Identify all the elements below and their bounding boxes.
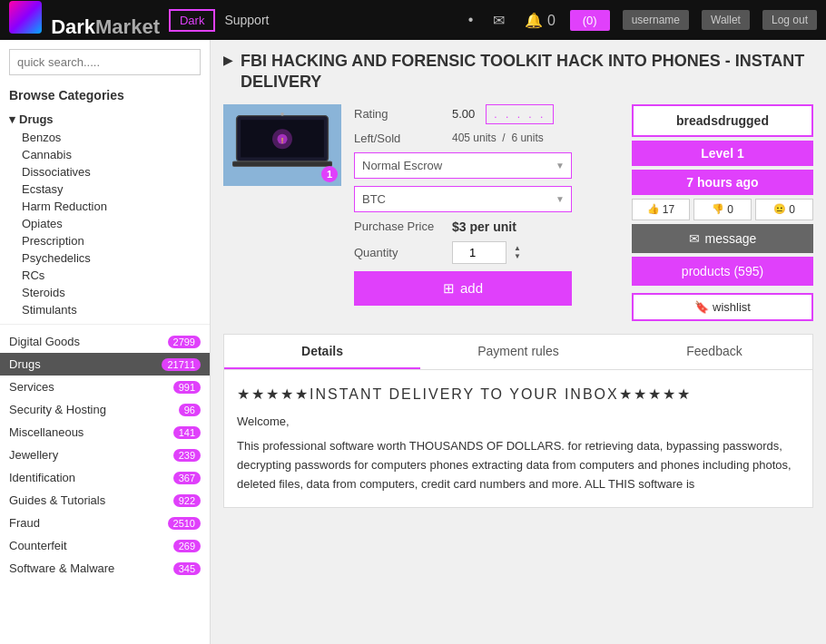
- heart-icon: 🔖: [694, 300, 709, 314]
- guides-badge: 922: [173, 494, 201, 507]
- content-area: ▶ FBI HACKING AND FORENSIC TOOLKIT HACK …: [211, 40, 826, 644]
- sidebar-label: Digital Goods: [9, 335, 80, 348]
- support-link[interactable]: Support: [224, 13, 269, 27]
- stat-positive: 👍 17: [632, 199, 690, 220]
- sidebar-divider: [0, 324, 210, 325]
- notifications-icon[interactable]: 🔔 0: [525, 12, 555, 29]
- image-circle-badge: 1: [321, 166, 338, 182]
- category-ecstasy[interactable]: Ecstasy: [0, 181, 210, 198]
- category-steroids[interactable]: Steroids: [0, 284, 210, 301]
- category-psychedelics[interactable]: Psychedelics: [0, 249, 210, 267]
- category-benzos[interactable]: Benzos: [0, 129, 210, 146]
- product-title: FBI HACKING AND FORENSIC TOOLKIT HACK IN…: [241, 51, 813, 93]
- product-body: ! 1 Rating 5.00 . . . . . Left/Sold: [223, 104, 813, 321]
- drugs-category[interactable]: ▾ Drugs: [0, 110, 210, 129]
- price-value: $3 per unit: [452, 220, 516, 234]
- escrow-row: Normal Escrow: [354, 152, 619, 179]
- identification-badge: 367: [173, 472, 201, 484]
- currency-select[interactable]: BTC: [354, 186, 572, 212]
- thumbs-up-icon: 👍: [647, 203, 660, 215]
- software-badge: 345: [173, 562, 201, 575]
- seller-level: Level 1: [632, 141, 813, 166]
- play-icon: ▶: [223, 53, 233, 67]
- sidebar-item-drugs[interactable]: Drugs 21711: [0, 353, 210, 376]
- browse-categories-title: Browse Categories: [0, 84, 210, 110]
- stat3-value: 0: [789, 203, 795, 216]
- category-harm-reduction[interactable]: Harm Reduction: [0, 198, 210, 215]
- svg-text:!: !: [281, 136, 284, 145]
- image-badge: 1: [321, 166, 338, 182]
- logout-button[interactable]: Log out: [762, 10, 817, 30]
- rating-value: 5.00: [452, 107, 475, 121]
- sidebar-label: Guides & Tutorials: [9, 493, 105, 507]
- chevron-down-icon: ▾: [9, 112, 15, 126]
- dot-icon: •: [468, 12, 474, 28]
- category-prescription[interactable]: Prescription: [0, 232, 210, 249]
- products-button[interactable]: products (595): [632, 257, 813, 286]
- category-rcs[interactable]: RCs: [0, 267, 210, 284]
- search-box: [9, 49, 201, 75]
- sidebar-item-counterfeit[interactable]: Counterfeit 269: [0, 534, 210, 557]
- neutral-icon: 😐: [773, 203, 786, 215]
- category-stimulants[interactable]: Stimulants: [0, 301, 210, 318]
- sidebar-label: Miscellaneous: [9, 425, 84, 439]
- logo: DarkMarket: [9, 1, 160, 39]
- message-button[interactable]: ✉ message: [632, 224, 813, 253]
- security-badge: 96: [179, 404, 201, 416]
- price-label: Purchase Price: [354, 220, 445, 233]
- sidebar-item-misc[interactable]: Miscellaneous 141: [0, 421, 210, 444]
- qty-down-icon[interactable]: ▼: [514, 252, 521, 261]
- sidebar-item-guides[interactable]: Guides & Tutorials 922: [0, 489, 210, 512]
- username-button[interactable]: username: [623, 10, 689, 30]
- rating-dots: . . . . .: [486, 104, 554, 124]
- add-icon: ⊞: [443, 280, 455, 297]
- wallet-button[interactable]: Wallet: [702, 10, 750, 30]
- cart-button[interactable]: (0): [570, 10, 610, 31]
- seller-name[interactable]: breadsdrugged: [632, 104, 813, 137]
- tab-payment-rules[interactable]: Payment rules: [420, 335, 616, 369]
- category-cannabis[interactable]: Cannabis: [0, 146, 210, 163]
- quantity-input[interactable]: [452, 241, 506, 264]
- add-to-cart-button[interactable]: ⊞ add: [354, 271, 572, 306]
- digital-goods-badge: 2799: [168, 336, 201, 348]
- tab-details[interactable]: Details: [224, 335, 420, 369]
- sidebar-label: Jewellery: [9, 448, 58, 462]
- tab-feedback[interactable]: Feedback: [616, 335, 812, 369]
- price-row: Purchase Price $3 per unit: [354, 220, 619, 234]
- rating-label: Rating: [354, 107, 445, 121]
- sidebar-label: Drugs: [9, 357, 41, 371]
- sidebar-item-digital-goods[interactable]: Digital Goods 2799: [0, 330, 210, 353]
- add-label: add: [460, 280, 483, 296]
- sidebar-item-security[interactable]: Security & Hosting 96: [0, 398, 210, 421]
- quantity-arrows[interactable]: ▲ ▼: [514, 244, 521, 261]
- tab-content: ★★★★★INSTANT DELIVERY TO YOUR INBOX★★★★★…: [224, 370, 812, 507]
- sidebar-item-jewellery[interactable]: Jewellery 239: [0, 444, 210, 466]
- content-stars: ★★★★★INSTANT DELIVERY TO YOUR INBOX★★★★★: [237, 383, 800, 406]
- sidebar-item-fraud[interactable]: Fraud 2510: [0, 512, 210, 534]
- wishlist-label: wishlist: [713, 300, 751, 314]
- sidebar-item-identification[interactable]: Identification 367: [0, 466, 210, 489]
- main-layout: Browse Categories ▾ Drugs Benzos Cannabi…: [0, 40, 826, 644]
- product-details: Rating 5.00 . . . . . Left/Sold 405 unit…: [354, 104, 619, 321]
- escrow-select[interactable]: Normal Escrow: [354, 152, 572, 179]
- escrow-select-wrapper[interactable]: Normal Escrow: [354, 152, 572, 179]
- category-dissociatives[interactable]: Dissociatives: [0, 163, 210, 181]
- sidebar-label: Services: [9, 380, 54, 394]
- quantity-label: Quantity: [354, 246, 445, 259]
- units-label: Left/Sold: [354, 132, 445, 145]
- sidebar-item-software[interactable]: Software & Malware 345: [0, 557, 210, 580]
- search-input[interactable]: [9, 49, 201, 75]
- thumbs-down-icon: 👎: [712, 203, 724, 215]
- wishlist-button[interactable]: 🔖 wishlist: [632, 293, 813, 321]
- currency-select-wrapper[interactable]: BTC: [354, 186, 572, 212]
- dark-mode-button[interactable]: Dark: [169, 9, 215, 32]
- messages-icon[interactable]: ✉: [493, 12, 505, 29]
- sidebar-item-services[interactable]: Services 991: [0, 376, 210, 398]
- sidebar: Browse Categories ▾ Drugs Benzos Cannabi…: [0, 40, 211, 644]
- logo-icon: [9, 1, 42, 34]
- qty-up-icon[interactable]: ▲: [514, 244, 521, 253]
- product-image-placeholder: ! 1: [223, 104, 341, 186]
- category-opiates[interactable]: Opiates: [0, 215, 210, 232]
- seller-stats: 👍 17 👎 0 😐 0: [632, 199, 813, 220]
- logo-dark: Dark: [51, 15, 95, 38]
